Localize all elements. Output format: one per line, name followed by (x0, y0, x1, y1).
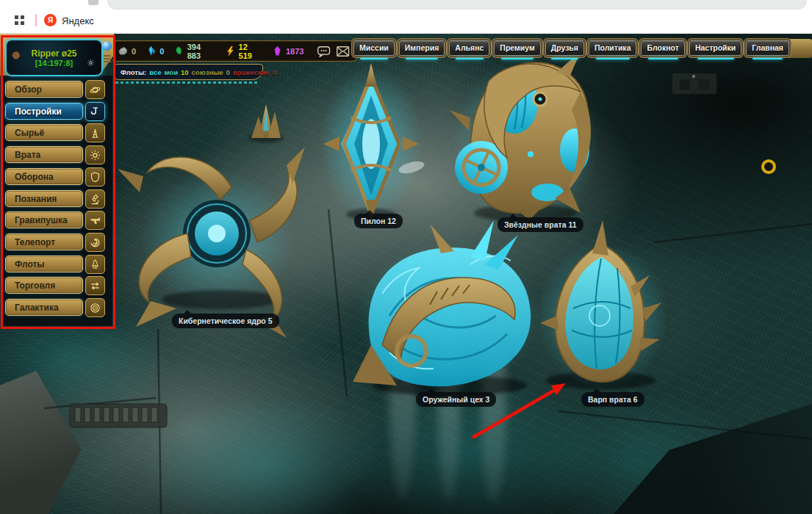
rock-icon (118, 46, 129, 57)
nav-friends-button[interactable]: Друзья (545, 40, 584, 56)
browser-chrome: Я Яндекс (0, 0, 812, 34)
yellow-ring-marker (763, 161, 775, 173)
distant-structure (672, 73, 716, 94)
sidebar-item-resources[interactable]: Сырьё (5, 124, 83, 141)
resource-premium: 1873 (272, 46, 303, 57)
asteroid-icon (10, 50, 21, 62)
fleet-filter-enemy[interactable]: вражеские (233, 68, 270, 76)
nav-settings-button[interactable]: Настройки (689, 40, 741, 56)
yandex-favicon[interactable]: Я (44, 14, 57, 26)
extension-icon[interactable] (88, 0, 98, 5)
fleet-allied-count: 0 (226, 68, 230, 76)
rocket-icon[interactable] (85, 255, 105, 274)
nav-notebook-button[interactable]: Блокнот (641, 40, 684, 56)
vent-lines (104, 55, 111, 62)
shield-icon[interactable] (85, 167, 105, 187)
building-label-star-gate[interactable]: Звёздные врата 11 (497, 217, 583, 232)
fleet-ticks-strip (115, 82, 259, 84)
resource-bar: 0 0 394 883 12 519 1873 (110, 40, 358, 62)
blue-crystal-icon (145, 46, 157, 57)
fleet-title: Флоты: (121, 68, 146, 76)
nav-alliance-button[interactable]: Альянс (449, 40, 489, 56)
nav-empire-button[interactable]: Империя (399, 40, 445, 56)
resource-gas: 394 883 (173, 43, 215, 60)
sidebar-item-galaxy[interactable]: Галактика (5, 299, 83, 316)
building-star-gate[interactable] (446, 51, 599, 228)
purple-crystal-icon (272, 46, 283, 57)
planet-icon[interactable] (85, 80, 105, 99)
gear-icon[interactable] (85, 145, 105, 164)
mail-icon[interactable] (335, 44, 351, 59)
resource-crystal: 0 (145, 46, 164, 57)
trade-arrows-icon[interactable] (85, 276, 105, 295)
bookmark-yandex[interactable]: Яндекс (62, 15, 94, 26)
bookmarks-separator (35, 14, 37, 26)
green-gem-icon (173, 46, 184, 57)
resource-premium-value: 1873 (286, 47, 303, 56)
raygun-icon[interactable] (85, 211, 105, 230)
building-weapon-workshop[interactable] (353, 220, 540, 396)
map-buildings-art (0, 33, 812, 514)
resource-metal: 0 (118, 46, 136, 57)
building-label-pylon[interactable]: Пилон 12 (354, 214, 403, 228)
address-bar[interactable] (107, 0, 807, 10)
yandex-initial: Я (48, 16, 53, 24)
status-orb[interactable] (102, 41, 112, 51)
nav-politics-button[interactable]: Политика (589, 40, 637, 56)
sidebar-item-research[interactable]: Познания (5, 190, 83, 207)
resource-energy-value: 12 519 (239, 43, 262, 60)
building-label-cybernetic-core[interactable]: Кибернетическое ядро 5 (172, 314, 279, 328)
fleet-mine-count: 10 (181, 68, 189, 76)
galaxy-icon[interactable] (85, 298, 105, 317)
building-label-weapon-workshop[interactable]: Оружейный цех 3 (416, 392, 496, 407)
sidebar-item-defense[interactable]: Оборона (5, 168, 83, 185)
building-cybernetic-core[interactable] (118, 147, 305, 338)
player-coordinates: [14:197:8] (35, 59, 73, 68)
microscope-icon[interactable] (85, 189, 105, 209)
lightning-icon (225, 46, 235, 57)
floor-vents (70, 404, 167, 427)
building-pylon[interactable] (320, 63, 425, 224)
sidebar-item-teleport[interactable]: Телепорт (5, 234, 83, 250)
player-name: Ripper ø25 (31, 48, 76, 59)
building-warp-gate[interactable] (536, 220, 669, 389)
top-navigation: Миссии Империя Альянс Премиум Друзья Пол… (353, 40, 789, 56)
nav-premium-button[interactable]: Премиум (494, 40, 540, 56)
resource-energy: 12 519 (225, 43, 262, 60)
small-structure[interactable] (248, 104, 284, 142)
sidebar-item-trade[interactable]: Торговля (5, 277, 83, 294)
fleet-filter-mine[interactable]: мои (164, 68, 178, 76)
portal-icon[interactable] (85, 233, 105, 252)
nav-missions-button[interactable]: Миссии (353, 40, 395, 56)
sidebar-item-fleets[interactable]: Флоты (5, 256, 83, 272)
sidebar-item-buildings[interactable]: Постройки (5, 103, 83, 120)
sidebar-item-gravity-gun[interactable]: Гравипушка (5, 211, 83, 228)
crane-hook-icon[interactable] (85, 102, 105, 121)
fleet-filter-bar: Флоты: все мои 10 союзные 0 вражеские 0 (114, 64, 263, 80)
resource-gas-value: 394 883 (187, 43, 215, 60)
resource-crystal-value: 0 (159, 47, 164, 56)
nav-main-button[interactable]: Главная (746, 40, 789, 56)
fleet-enemy-count: 0 (273, 68, 276, 76)
sidebar-item-gates[interactable]: Врата (5, 146, 83, 163)
plate-gear-icon[interactable] (87, 59, 95, 67)
fleet-filter-all[interactable]: все (149, 68, 161, 76)
building-label-warp-gate[interactable]: Варп врата 6 (581, 392, 644, 407)
sidebar-item-overview[interactable]: Обзор (5, 81, 83, 98)
apps-grid-icon[interactable] (15, 15, 24, 25)
chat-icon[interactable] (316, 44, 331, 59)
mine-derrick-icon[interactable] (85, 123, 105, 142)
resource-metal-value: 0 (132, 47, 136, 56)
fleet-filter-allied[interactable]: союзные (192, 68, 223, 76)
